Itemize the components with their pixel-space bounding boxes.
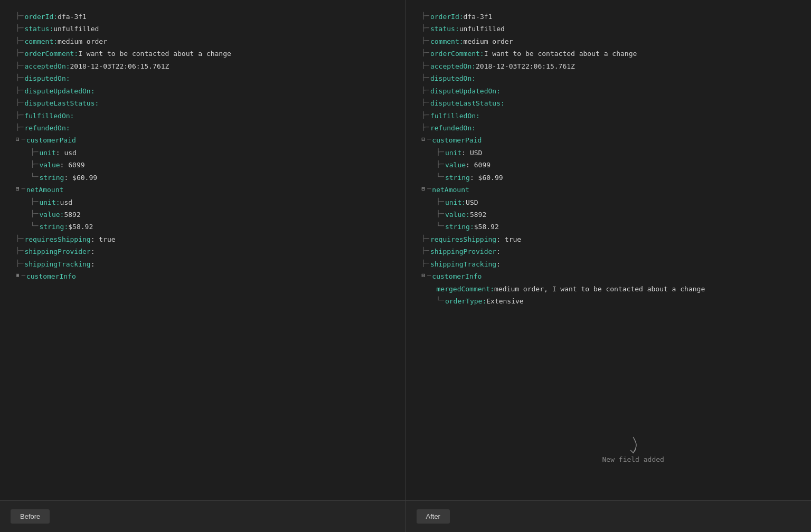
connector-icon: ├─ [437, 209, 444, 220]
list-item: ⊟ ─ customerPaid [422, 134, 801, 146]
field-value: medium order, I want to be contacted abo… [494, 283, 705, 294]
field-key: value: [445, 209, 470, 220]
list-item: ├─ value : 6099 [422, 159, 801, 171]
connector-icon: ├─ [422, 122, 429, 133]
list-item: ├─ comment: medium order [16, 35, 395, 48]
field-value: : $60.99 [470, 172, 503, 183]
field-value: I want to be contacted about a change [78, 48, 231, 59]
connector-icon: ├─ [16, 61, 23, 71]
list-item: ├─ unit: USD [422, 196, 801, 208]
list-item: ├─ acceptedOn: 2018-12-03T22:06:15.761Z [422, 60, 801, 72]
collapse-icon[interactable]: ⊟ [16, 135, 20, 144]
list-item: ├─ disputedOn: [16, 72, 395, 84]
field-value: : true [496, 234, 521, 245]
list-item: ⊟ ─ netAmount [422, 184, 801, 196]
connector-icon: ├─ [422, 110, 429, 121]
connector-icon: ├─ [31, 159, 38, 170]
field-value: 2018-12-03T22:06:15.761Z [70, 61, 169, 72]
field-value: $58.92 [68, 221, 93, 232]
list-item: ⊟ ─ customerPaid [16, 134, 395, 146]
field-key: status: [430, 23, 459, 34]
connector-icon: ├─ [16, 23, 23, 34]
list-item: ├─ shippingProvider : [16, 245, 395, 258]
field-value: 5892 [470, 209, 486, 220]
connector-icon: ├─ [16, 234, 23, 244]
list-item: ├─ value: 5892 [16, 208, 395, 221]
connector-icon: ─ [22, 135, 25, 145]
field-key: refundedOn: [430, 122, 476, 134]
field-key: disputeLastStatus: [24, 98, 99, 109]
list-item: ├─ disputeUpdatedOn: [16, 85, 395, 97]
list-item: ├─ fulfilledOn: [422, 110, 801, 122]
expand-icon[interactable]: ⊞ [16, 271, 20, 280]
collapse-icon[interactable]: ⊟ [422, 135, 426, 144]
field-value: dfa-3f1 [58, 11, 87, 22]
list-item: ├─ requiresShipping : true [422, 233, 801, 245]
field-key: customerPaid [432, 135, 482, 146]
field-key: fulfilledOn: [430, 110, 480, 121]
field-key: orderComment: [430, 48, 484, 59]
list-item: ├─ orderId: dfa-3f1 [16, 11, 395, 23]
annotation-arrow-icon [623, 434, 644, 455]
list-item: ├─ disputeUpdatedOn: [422, 85, 801, 97]
collapse-icon[interactable]: ⊟ [16, 184, 20, 194]
connector-icon: ├─ [16, 86, 23, 96]
list-item: └─ string : $60.99 [422, 172, 801, 184]
connector-icon: ├─ [16, 110, 23, 121]
field-value: : [91, 259, 95, 270]
field-key: status: [24, 23, 53, 34]
after-bottom: After [406, 501, 812, 532]
connector-icon: ├─ [437, 147, 444, 158]
bottom-bar: Before After [0, 500, 811, 532]
list-item: └─ string: $58.92 [422, 221, 801, 233]
list-item: ├─ shippingTracking : [16, 258, 395, 270]
field-value: : true [91, 234, 116, 245]
collapse-icon[interactable]: ⊟ [422, 184, 426, 194]
connector-icon: ─ [427, 135, 431, 145]
after-button[interactable]: After [417, 509, 450, 524]
connector-icon: ├─ [16, 48, 23, 59]
list-item: ├─ status: unfulfilled [422, 23, 801, 35]
connector-icon: ├─ [16, 259, 23, 269]
field-key: customerPaid [26, 135, 76, 146]
field-key: orderType: [445, 296, 486, 307]
field-value: 2018-12-03T22:06:15.761Z [476, 61, 575, 72]
collapse-icon[interactable]: ⊟ [422, 271, 426, 280]
field-key: refundedOn: [24, 122, 70, 134]
connector-icon: ├─ [422, 246, 429, 256]
before-tree: ├─ orderId: dfa-3f1 ├─ status: unfulfill… [16, 11, 395, 283]
field-key: shippingProvider [24, 246, 90, 257]
field-key: orderComment: [24, 48, 78, 59]
field-value: : USD [461, 147, 482, 158]
list-item: ⊞ ─ customerInfo [16, 270, 395, 282]
list-item: └─ string : $60.99 [16, 172, 395, 184]
connector-icon: ─ [22, 271, 25, 281]
field-value: : $60.99 [64, 172, 97, 183]
field-value: USD [466, 197, 478, 208]
connector-icon: ├─ [437, 197, 444, 207]
field-key: value [445, 159, 466, 170]
list-item: ├─ orderId: dfa-3f1 [422, 11, 801, 23]
list-item: ├─ requiresShipping : true [16, 233, 395, 245]
field-value: medium order [464, 36, 513, 47]
list-item: ├─ unit : usd [16, 147, 395, 159]
field-value: : usd [56, 147, 77, 158]
connector-icon: ├─ [437, 159, 444, 170]
list-item: ├─ orderComment: I want to be contacted … [16, 48, 395, 60]
list-item: ├─ comment: medium order [422, 35, 801, 48]
field-value: $58.92 [474, 221, 499, 232]
before-panel: ├─ orderId: dfa-3f1 ├─ status: unfulfill… [0, 0, 406, 500]
field-key: requiresShipping [430, 234, 496, 245]
field-value: : [496, 246, 501, 257]
before-button[interactable]: Before [11, 509, 50, 524]
field-value: : [91, 246, 95, 257]
before-bottom: Before [0, 501, 406, 532]
list-item: ⊟ ─ customerInfo [422, 270, 801, 282]
field-value: usd [60, 197, 72, 208]
list-item: ├─ unit : USD [422, 147, 801, 159]
list-item: ├─ orderComment: I want to be contacted … [422, 48, 801, 60]
shipping-tracking-row: ├─ shippingTracking : [422, 258, 801, 270]
field-key: customerInfo [26, 271, 76, 282]
after-tree: ├─ orderId: dfa-3f1 ├─ status: unfulfill… [422, 11, 801, 308]
connector-icon: ├─ [16, 122, 23, 133]
